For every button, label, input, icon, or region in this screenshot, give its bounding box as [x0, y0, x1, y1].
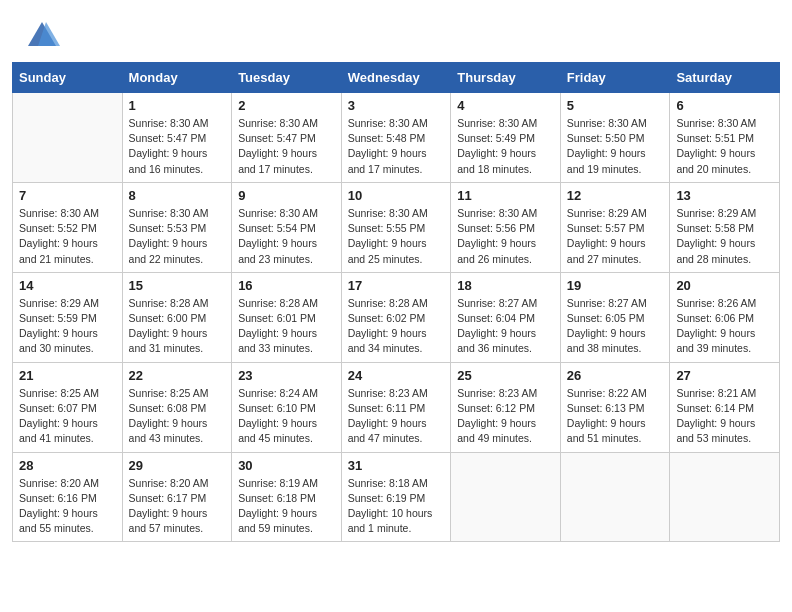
day-number: 3 — [348, 98, 445, 113]
day-number: 7 — [19, 188, 116, 203]
day-cell: 6Sunrise: 8:30 AM Sunset: 5:51 PM Daylig… — [670, 93, 780, 183]
day-number: 21 — [19, 368, 116, 383]
weekday-sunday: Sunday — [13, 63, 123, 93]
day-info: Sunrise: 8:20 AM Sunset: 6:16 PM Dayligh… — [19, 476, 116, 537]
day-number: 23 — [238, 368, 335, 383]
day-number: 5 — [567, 98, 664, 113]
day-info: Sunrise: 8:27 AM Sunset: 6:04 PM Dayligh… — [457, 296, 554, 357]
day-cell: 22Sunrise: 8:25 AM Sunset: 6:08 PM Dayli… — [122, 362, 232, 452]
day-info: Sunrise: 8:25 AM Sunset: 6:07 PM Dayligh… — [19, 386, 116, 447]
day-cell — [670, 452, 780, 542]
day-cell: 7Sunrise: 8:30 AM Sunset: 5:52 PM Daylig… — [13, 182, 123, 272]
week-row-1: 7Sunrise: 8:30 AM Sunset: 5:52 PM Daylig… — [13, 182, 780, 272]
day-number: 18 — [457, 278, 554, 293]
logo — [24, 18, 64, 54]
weekday-header-row: SundayMondayTuesdayWednesdayThursdayFrid… — [13, 63, 780, 93]
day-cell: 11Sunrise: 8:30 AM Sunset: 5:56 PM Dayli… — [451, 182, 561, 272]
day-cell: 16Sunrise: 8:28 AM Sunset: 6:01 PM Dayli… — [232, 272, 342, 362]
day-info: Sunrise: 8:30 AM Sunset: 5:47 PM Dayligh… — [238, 116, 335, 177]
day-cell: 13Sunrise: 8:29 AM Sunset: 5:58 PM Dayli… — [670, 182, 780, 272]
day-number: 2 — [238, 98, 335, 113]
day-cell: 25Sunrise: 8:23 AM Sunset: 6:12 PM Dayli… — [451, 362, 561, 452]
day-number: 8 — [129, 188, 226, 203]
day-info: Sunrise: 8:19 AM Sunset: 6:18 PM Dayligh… — [238, 476, 335, 537]
day-number: 10 — [348, 188, 445, 203]
week-row-3: 21Sunrise: 8:25 AM Sunset: 6:07 PM Dayli… — [13, 362, 780, 452]
day-cell: 21Sunrise: 8:25 AM Sunset: 6:07 PM Dayli… — [13, 362, 123, 452]
day-number: 14 — [19, 278, 116, 293]
day-cell: 8Sunrise: 8:30 AM Sunset: 5:53 PM Daylig… — [122, 182, 232, 272]
day-cell: 27Sunrise: 8:21 AM Sunset: 6:14 PM Dayli… — [670, 362, 780, 452]
day-number: 31 — [348, 458, 445, 473]
day-info: Sunrise: 8:29 AM Sunset: 5:59 PM Dayligh… — [19, 296, 116, 357]
week-row-4: 28Sunrise: 8:20 AM Sunset: 6:16 PM Dayli… — [13, 452, 780, 542]
day-cell: 24Sunrise: 8:23 AM Sunset: 6:11 PM Dayli… — [341, 362, 451, 452]
day-info: Sunrise: 8:30 AM Sunset: 5:54 PM Dayligh… — [238, 206, 335, 267]
day-number: 30 — [238, 458, 335, 473]
weekday-monday: Monday — [122, 63, 232, 93]
weekday-tuesday: Tuesday — [232, 63, 342, 93]
day-cell: 26Sunrise: 8:22 AM Sunset: 6:13 PM Dayli… — [560, 362, 670, 452]
day-cell: 17Sunrise: 8:28 AM Sunset: 6:02 PM Dayli… — [341, 272, 451, 362]
day-info: Sunrise: 8:30 AM Sunset: 5:51 PM Dayligh… — [676, 116, 773, 177]
day-number: 4 — [457, 98, 554, 113]
day-number: 29 — [129, 458, 226, 473]
day-cell: 23Sunrise: 8:24 AM Sunset: 6:10 PM Dayli… — [232, 362, 342, 452]
day-info: Sunrise: 8:21 AM Sunset: 6:14 PM Dayligh… — [676, 386, 773, 447]
weekday-friday: Friday — [560, 63, 670, 93]
day-info: Sunrise: 8:28 AM Sunset: 6:01 PM Dayligh… — [238, 296, 335, 357]
day-info: Sunrise: 8:28 AM Sunset: 6:02 PM Dayligh… — [348, 296, 445, 357]
day-cell: 20Sunrise: 8:26 AM Sunset: 6:06 PM Dayli… — [670, 272, 780, 362]
day-info: Sunrise: 8:30 AM Sunset: 5:55 PM Dayligh… — [348, 206, 445, 267]
week-row-0: 1Sunrise: 8:30 AM Sunset: 5:47 PM Daylig… — [13, 93, 780, 183]
day-number: 15 — [129, 278, 226, 293]
day-info: Sunrise: 8:27 AM Sunset: 6:05 PM Dayligh… — [567, 296, 664, 357]
weekday-saturday: Saturday — [670, 63, 780, 93]
weekday-thursday: Thursday — [451, 63, 561, 93]
header — [0, 0, 792, 62]
day-number: 6 — [676, 98, 773, 113]
day-info: Sunrise: 8:25 AM Sunset: 6:08 PM Dayligh… — [129, 386, 226, 447]
calendar-wrapper: SundayMondayTuesdayWednesdayThursdayFrid… — [0, 62, 792, 554]
day-number: 13 — [676, 188, 773, 203]
day-number: 22 — [129, 368, 226, 383]
day-info: Sunrise: 8:30 AM Sunset: 5:52 PM Dayligh… — [19, 206, 116, 267]
day-info: Sunrise: 8:26 AM Sunset: 6:06 PM Dayligh… — [676, 296, 773, 357]
day-number: 16 — [238, 278, 335, 293]
day-cell: 3Sunrise: 8:30 AM Sunset: 5:48 PM Daylig… — [341, 93, 451, 183]
weekday-wednesday: Wednesday — [341, 63, 451, 93]
day-number: 17 — [348, 278, 445, 293]
day-cell: 1Sunrise: 8:30 AM Sunset: 5:47 PM Daylig… — [122, 93, 232, 183]
day-info: Sunrise: 8:22 AM Sunset: 6:13 PM Dayligh… — [567, 386, 664, 447]
day-number: 11 — [457, 188, 554, 203]
day-number: 19 — [567, 278, 664, 293]
day-info: Sunrise: 8:23 AM Sunset: 6:11 PM Dayligh… — [348, 386, 445, 447]
logo-icon — [24, 18, 60, 54]
day-info: Sunrise: 8:30 AM Sunset: 5:47 PM Dayligh… — [129, 116, 226, 177]
day-cell: 19Sunrise: 8:27 AM Sunset: 6:05 PM Dayli… — [560, 272, 670, 362]
day-cell: 18Sunrise: 8:27 AM Sunset: 6:04 PM Dayli… — [451, 272, 561, 362]
day-info: Sunrise: 8:29 AM Sunset: 5:58 PM Dayligh… — [676, 206, 773, 267]
day-cell: 31Sunrise: 8:18 AM Sunset: 6:19 PM Dayli… — [341, 452, 451, 542]
day-number: 24 — [348, 368, 445, 383]
day-number: 27 — [676, 368, 773, 383]
day-cell — [13, 93, 123, 183]
day-info: Sunrise: 8:20 AM Sunset: 6:17 PM Dayligh… — [129, 476, 226, 537]
day-cell — [560, 452, 670, 542]
day-cell: 12Sunrise: 8:29 AM Sunset: 5:57 PM Dayli… — [560, 182, 670, 272]
day-number: 28 — [19, 458, 116, 473]
day-cell: 14Sunrise: 8:29 AM Sunset: 5:59 PM Dayli… — [13, 272, 123, 362]
day-cell: 15Sunrise: 8:28 AM Sunset: 6:00 PM Dayli… — [122, 272, 232, 362]
day-cell: 29Sunrise: 8:20 AM Sunset: 6:17 PM Dayli… — [122, 452, 232, 542]
day-info: Sunrise: 8:28 AM Sunset: 6:00 PM Dayligh… — [129, 296, 226, 357]
day-cell: 5Sunrise: 8:30 AM Sunset: 5:50 PM Daylig… — [560, 93, 670, 183]
day-cell: 28Sunrise: 8:20 AM Sunset: 6:16 PM Dayli… — [13, 452, 123, 542]
day-info: Sunrise: 8:24 AM Sunset: 6:10 PM Dayligh… — [238, 386, 335, 447]
calendar-table: SundayMondayTuesdayWednesdayThursdayFrid… — [12, 62, 780, 542]
day-number: 20 — [676, 278, 773, 293]
day-number: 9 — [238, 188, 335, 203]
day-info: Sunrise: 8:23 AM Sunset: 6:12 PM Dayligh… — [457, 386, 554, 447]
day-info: Sunrise: 8:18 AM Sunset: 6:19 PM Dayligh… — [348, 476, 445, 537]
page: SundayMondayTuesdayWednesdayThursdayFrid… — [0, 0, 792, 612]
day-cell — [451, 452, 561, 542]
